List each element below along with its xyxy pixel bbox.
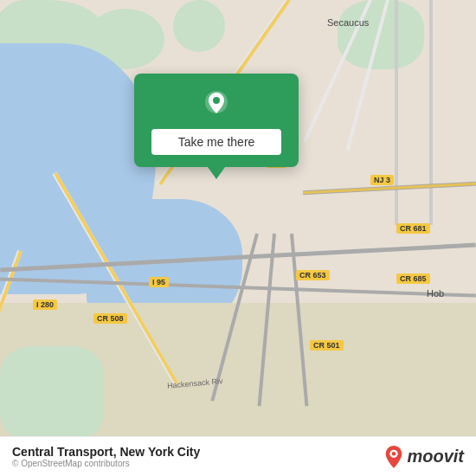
bottom-left: Central Transport, New York City © OpenS… (12, 445, 200, 468)
location-name: Central Transport, New York City (12, 445, 200, 459)
osm-credit: © OpenStreetMap contributors (12, 459, 200, 468)
label-secaucus: Secaucus (327, 17, 369, 28)
road-v-right (395, 0, 398, 225)
label-nj3: NJ 3 (370, 175, 394, 185)
svg-point-3 (392, 451, 396, 455)
label-cr501: CR 501 (310, 340, 344, 351)
map-background: I 95 NJ 3 I 95 CR 653 CR 681 CR 685 CR 5… (0, 0, 476, 476)
road-v-right2 (429, 0, 433, 225)
label-cr508: CR 508 (93, 313, 127, 324)
label-hob: Hob (427, 288, 444, 299)
location-pin-icon (201, 89, 232, 120)
take-me-there-button[interactable]: Take me there (151, 129, 281, 155)
label-cr681: CR 681 (396, 223, 430, 234)
label-cr653: CR 653 (296, 270, 330, 280)
label-cr685: CR 685 (396, 273, 430, 284)
popup-card: Take me there (134, 74, 299, 167)
map-container: I 95 NJ 3 I 95 CR 653 CR 681 CR 685 CR 5… (0, 0, 476, 476)
green-area (173, 0, 225, 52)
moovit-logo[interactable]: moovit (384, 446, 464, 468)
label-i280: I 280 (33, 299, 57, 310)
label-i95-bottom: I 95 (149, 277, 169, 287)
bottom-bar: Central Transport, New York City © OpenS… (0, 436, 476, 476)
green-bottom (0, 346, 104, 441)
moovit-pin-icon (384, 446, 403, 468)
moovit-brand-name: moovit (407, 447, 464, 466)
svg-point-1 (213, 97, 220, 104)
green-area-secaucus (338, 0, 424, 69)
